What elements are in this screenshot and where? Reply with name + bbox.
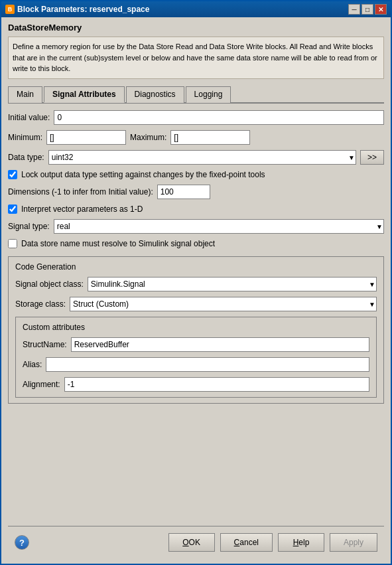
initial-value-label: Initial value: xyxy=(8,113,50,122)
min-max-row: Minimum: Maximum: xyxy=(8,130,384,145)
minimum-label: Minimum: xyxy=(8,133,42,142)
alignment-row: Alignment: xyxy=(23,377,369,392)
lock-checkbox[interactable] xyxy=(8,170,17,179)
signal-type-select[interactable]: real complex auto xyxy=(54,219,384,234)
interpret-label: Interpret vector parameters as 1-D xyxy=(21,204,143,214)
maximum-label: Maximum: xyxy=(130,133,166,142)
block-type-label: DataStoreMemory xyxy=(8,23,384,33)
storage-class-label: Storage class: xyxy=(15,299,66,309)
struct-name-label: StructName: xyxy=(23,340,67,349)
tab-logging[interactable]: Logging xyxy=(186,86,231,103)
help-circle-icon[interactable]: ? xyxy=(15,535,29,550)
cancel-button[interactable]: Cancel xyxy=(220,533,273,552)
tab-signal-attributes[interactable]: Signal Attributes xyxy=(44,86,125,103)
tab-bar: Main Signal Attributes Diagnostics Loggi… xyxy=(8,86,384,104)
interpret-checkbox-row: Interpret vector parameters as 1-D xyxy=(8,204,384,214)
code-gen-title: Code Generation xyxy=(15,262,377,272)
title-bar: B Block Parameters: reserved_space ─ □ ✕ xyxy=(1,1,391,17)
dimensions-label: Dimensions (-1 to infer from Initial val… xyxy=(8,187,153,197)
signal-object-class-row: Signal object class: Simulink.Signal ▼ xyxy=(15,277,377,291)
data-type-select[interactable]: uint32 xyxy=(48,150,356,165)
title-controls: ─ □ ✕ xyxy=(348,4,387,15)
struct-name-row: StructName: xyxy=(23,337,369,352)
storage-class-row: Storage class: Struct (Custom) ▼ xyxy=(15,297,377,311)
dimensions-row: Dimensions (-1 to infer from Initial val… xyxy=(8,185,384,199)
apply-button[interactable]: Apply xyxy=(330,533,377,552)
close-button[interactable]: ✕ xyxy=(375,4,387,15)
help-button[interactable]: Help xyxy=(278,533,324,552)
arrow-button[interactable]: >> xyxy=(360,150,384,165)
signal-type-select-wrapper: real complex auto ▼ xyxy=(54,219,384,234)
window-content: DataStoreMemory Define a memory region f… xyxy=(1,17,391,564)
title-bar-left: B Block Parameters: reserved_space xyxy=(5,5,149,14)
initial-value-row: Initial value: xyxy=(8,110,384,125)
custom-attributes-title: Custom attributes xyxy=(23,323,369,332)
data-store-checkbox-row: Data store name must resolve to Simulink… xyxy=(8,239,384,248)
bottom-buttons: ? OOK Cancel Help Apply xyxy=(8,526,384,558)
alignment-input[interactable] xyxy=(64,377,369,392)
data-type-row: Data type: uint32 ▼ >> xyxy=(8,150,384,165)
maximum-input[interactable] xyxy=(170,130,250,145)
signal-object-class-select[interactable]: Simulink.Signal xyxy=(88,277,377,291)
signal-type-label: Signal type: xyxy=(8,222,50,231)
minimize-button[interactable]: ─ xyxy=(348,4,360,15)
tab-diagnostics[interactable]: Diagnostics xyxy=(126,86,184,103)
storage-class-select[interactable]: Struct (Custom) xyxy=(70,297,377,311)
data-type-label: Data type: xyxy=(8,153,44,162)
maximize-button[interactable]: □ xyxy=(361,4,373,15)
signal-type-row: Signal type: real complex auto ▼ xyxy=(8,219,384,234)
form-section: Initial value: Minimum: Maximum: Data ty… xyxy=(8,110,384,521)
interpret-checkbox[interactable] xyxy=(8,204,17,214)
data-store-label: Data store name must resolve to Simulink… xyxy=(21,239,215,248)
lock-checkbox-row: Lock output data type setting against ch… xyxy=(8,170,384,179)
window-icon: B xyxy=(5,5,15,14)
signal-object-class-wrapper: Simulink.Signal ▼ xyxy=(88,277,377,291)
tab-main[interactable]: Main xyxy=(8,86,42,103)
block-description: Define a memory region for use by the Da… xyxy=(8,37,384,79)
lock-label: Lock output data type setting against ch… xyxy=(21,170,265,179)
alias-row: Alias: xyxy=(23,357,369,372)
initial-value-input[interactable] xyxy=(54,110,384,125)
window-title: Block Parameters: reserved_space xyxy=(17,5,149,14)
minimum-input[interactable] xyxy=(46,130,126,145)
alias-label: Alias: xyxy=(23,360,42,369)
data-store-checkbox[interactable] xyxy=(8,239,17,248)
data-type-select-wrapper: uint32 ▼ xyxy=(48,150,356,165)
ok-button[interactable]: OOK xyxy=(168,533,215,552)
alignment-label: Alignment: xyxy=(23,380,60,389)
code-gen-group: Code Generation Signal object class: Sim… xyxy=(8,256,384,404)
struct-name-input[interactable] xyxy=(71,337,369,352)
custom-attributes-box: Custom attributes StructName: Alias: Ali… xyxy=(15,317,377,398)
alias-input[interactable] xyxy=(46,357,369,372)
main-window: B Block Parameters: reserved_space ─ □ ✕… xyxy=(0,0,392,565)
dimensions-input[interactable] xyxy=(157,185,210,199)
signal-object-class-label: Signal object class: xyxy=(15,280,84,289)
storage-class-wrapper: Struct (Custom) ▼ xyxy=(70,297,377,311)
